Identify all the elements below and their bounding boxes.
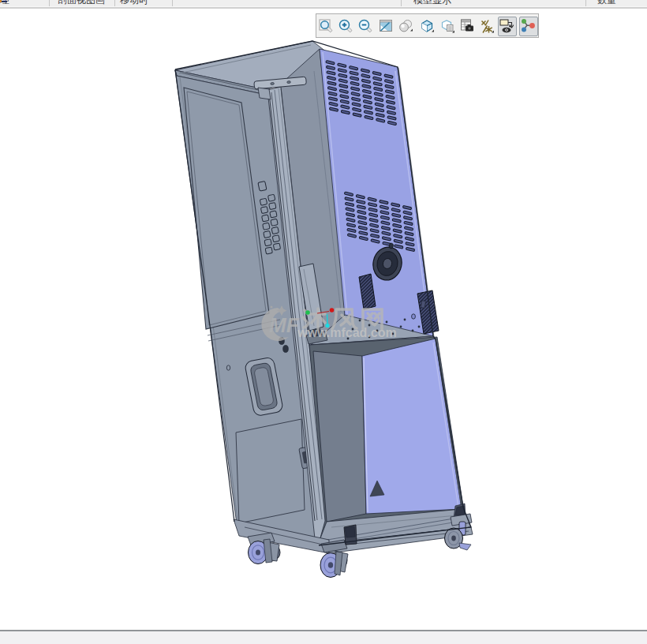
svg-text:MF: MF — [269, 313, 300, 337]
svg-text:www.mfcad.com: www.mfcad.com — [297, 326, 397, 339]
